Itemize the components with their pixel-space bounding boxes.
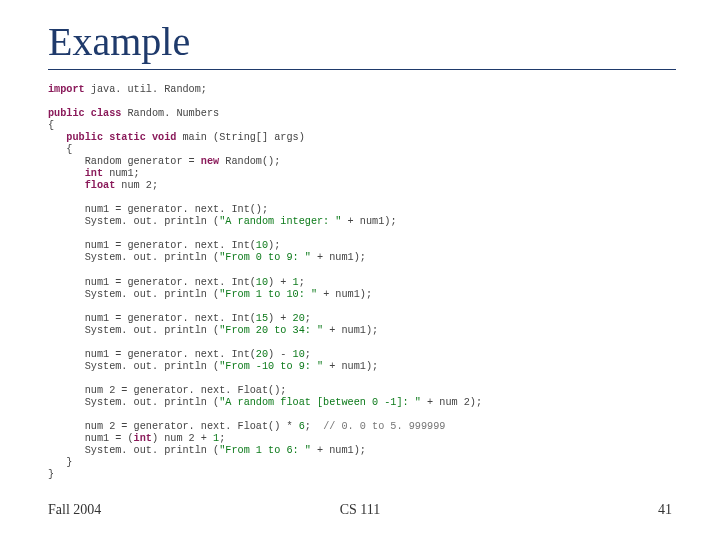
str: "From 1 to 10: " — [219, 289, 317, 300]
kw-float: float — [48, 180, 115, 191]
code-text: num1 = generator. next. Int( — [48, 240, 256, 251]
code-text: + num1); — [323, 361, 378, 372]
code-text: + num1); — [311, 445, 366, 456]
code-text: main (String[] args) — [176, 132, 304, 143]
footer-left: Fall 2004 — [48, 502, 101, 518]
code-text: + num1); — [317, 289, 372, 300]
code-text: num1 = generator. next. Int( — [48, 277, 256, 288]
code-text: { — [48, 144, 72, 155]
code-text: Random(); — [219, 156, 280, 167]
code-text: ; — [299, 277, 305, 288]
code-text: System. out. println ( — [48, 216, 219, 227]
code-text: + num1); — [341, 216, 396, 227]
slide-footer: Fall 2004 CS 111 41 — [48, 502, 672, 518]
code-text: num 2 = generator. next. Float() * — [48, 421, 299, 432]
code-text: { — [48, 120, 54, 131]
code-text: num1; — [103, 168, 140, 179]
code-text: num1 = generator. next. Int(); — [48, 204, 268, 215]
code-text: ) - — [268, 349, 292, 360]
code-text: System. out. println ( — [48, 445, 219, 456]
code-text: System. out. println ( — [48, 252, 219, 263]
footer-right: 41 — [658, 502, 672, 518]
code-text: num 2; — [115, 180, 158, 191]
code-text: ; — [305, 349, 311, 360]
kw-int: int — [48, 168, 103, 179]
num: 15 — [256, 313, 268, 324]
code-text: } — [48, 457, 72, 468]
code-text: num1 = ( — [48, 433, 134, 444]
str: "From 20 to 34: " — [219, 325, 323, 336]
code-text: Random. Numbers — [121, 108, 219, 119]
kw-public-class: public class — [48, 108, 121, 119]
code-text: System. out. println ( — [48, 325, 219, 336]
num: 10 — [256, 240, 268, 251]
num: 10 — [256, 277, 268, 288]
kw-psv: public static void — [48, 132, 176, 143]
code-text: System. out. println ( — [48, 361, 219, 372]
num: 10 — [293, 349, 305, 360]
num: 20 — [256, 349, 268, 360]
slide-content: Example import java. util. Random; publi… — [0, 0, 720, 481]
code-text: System. out. println ( — [48, 397, 219, 408]
code-text: + num1); — [311, 252, 366, 263]
str: "A random float [between 0 -1]: " — [219, 397, 421, 408]
code-text: num1 = generator. next. Int( — [48, 349, 256, 360]
kw-new: new — [201, 156, 219, 167]
code-text: + num1); — [323, 325, 378, 336]
str: "From -10 to 9: " — [219, 361, 323, 372]
code-text: num1 = generator. next. Int( — [48, 313, 256, 324]
kw-import: import — [48, 84, 85, 95]
code-text: System. out. println ( — [48, 289, 219, 300]
code-text: java. util. Random; — [85, 84, 207, 95]
code-text: ) + — [268, 277, 292, 288]
code-text: ); — [268, 240, 280, 251]
code-text: ; — [305, 313, 311, 324]
code-text: ; — [219, 433, 225, 444]
code-text: Random generator = — [48, 156, 201, 167]
title-underline — [48, 69, 676, 70]
str: "From 0 to 9: " — [219, 252, 311, 263]
str: "From 1 to 6: " — [219, 445, 311, 456]
kw-int-cast: int — [134, 433, 152, 444]
str: "A random integer: " — [219, 216, 341, 227]
code-text: ) + — [268, 313, 292, 324]
code-text: ) num 2 + — [152, 433, 213, 444]
code-text: num 2 = generator. next. Float(); — [48, 385, 286, 396]
comment: // 0. 0 to 5. 999999 — [323, 421, 445, 432]
code-block: import java. util. Random; public class … — [48, 84, 672, 481]
slide-title: Example — [48, 18, 672, 65]
code-text: } — [48, 469, 54, 480]
code-text: ; — [305, 421, 323, 432]
code-text: + num 2); — [421, 397, 482, 408]
num: 20 — [293, 313, 305, 324]
footer-center: CS 111 — [340, 502, 381, 518]
